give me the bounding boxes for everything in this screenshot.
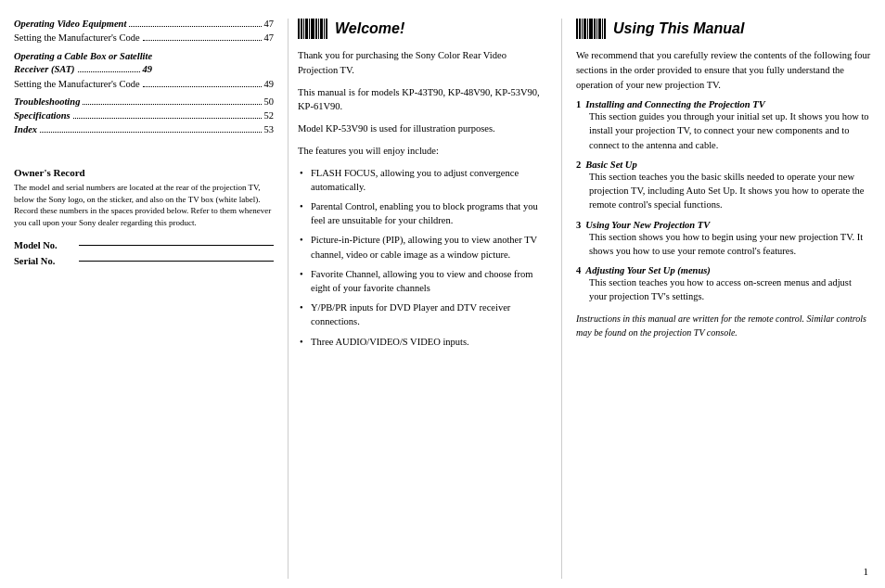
- section-4-label: Adjusting Your Set Up (menus): [585, 265, 711, 275]
- serial-no-field: Serial No.: [14, 256, 274, 266]
- toc-item-specifications: Specifications 52: [14, 110, 274, 121]
- owners-record-title: Owner's Record: [14, 167, 274, 178]
- section-2-num: 2: [576, 160, 581, 170]
- feature-6: Three AUDIO/VIDEO/S VIDEO inputs.: [298, 335, 547, 349]
- feature-5: Y/PB/PR inputs for DVD Player and DTV re…: [298, 300, 547, 328]
- toc-dots: [73, 118, 262, 119]
- section-2-title: 2 Basic Set Up: [576, 160, 871, 170]
- welcome-para-3: Model KP-53V90 is used for illustration …: [298, 121, 547, 136]
- toc-item-troubleshooting: Troubleshooting 50: [14, 96, 274, 107]
- section-1-body: This section guides you through your ini…: [589, 109, 871, 152]
- serial-no-label: Serial No.: [14, 256, 79, 266]
- page-number: 1: [864, 566, 869, 577]
- toc-page: 53: [264, 124, 275, 134]
- toc-label: Setting the Manufacturer's Code: [14, 32, 140, 43]
- welcome-para-1: Thank you for purchasing the Sony Color …: [298, 48, 547, 78]
- section-4-title: 4 Adjusting Your Set Up (menus): [576, 265, 871, 275]
- toc-label: Operating Video Equipment: [14, 19, 126, 29]
- toc-page: 49: [264, 79, 275, 89]
- section-1-title: 1 Installing and Connecting the Projecti…: [576, 99, 871, 109]
- middle-column: Welcome! Thank you for purchasing the So…: [288, 19, 561, 579]
- toc-item-cable-box: Operating a Cable Box or Satellite Recei…: [14, 50, 274, 75]
- toc-group-3: Troubleshooting 50: [14, 96, 274, 107]
- toc-page: 47: [264, 19, 275, 29]
- toc-dots: [78, 71, 140, 72]
- toc-item-mfr-code-1: Setting the Manufacturer's Code 47: [14, 32, 274, 43]
- manual-header: Using This Manual: [576, 19, 871, 39]
- toc-page: 49: [143, 63, 153, 76]
- toc-dots: [40, 132, 261, 133]
- manual-note: Instructions in this manual are written …: [576, 313, 871, 339]
- feature-4: Favorite Channel, allowing you to view a…: [298, 267, 547, 295]
- section-1: 1 Installing and Connecting the Projecti…: [576, 99, 871, 152]
- toc-group-2: Operating a Cable Box or Satellite Recei…: [14, 50, 274, 89]
- features-list: FLASH FOCUS, allowing you to adjust conv…: [298, 166, 547, 349]
- welcome-para-4: The features you will enjoy include:: [298, 144, 547, 159]
- section-4-num: 4: [576, 265, 581, 275]
- model-no-field: Model No.: [14, 240, 274, 250]
- owners-record: Owner's Record The model and serial numb…: [14, 162, 274, 265]
- toc-label: Specifications: [14, 110, 71, 121]
- left-column: Operating Video Equipment 47 Setting the…: [9, 19, 288, 579]
- section-2: 2 Basic Set Up This section teaches you …: [576, 160, 871, 212]
- model-no-label: Model No.: [14, 240, 79, 250]
- feature-1: FLASH FOCUS, allowing you to adjust conv…: [298, 166, 547, 194]
- section-2-label: Basic Set Up: [585, 160, 636, 170]
- manual-title: Using This Manual: [613, 20, 744, 37]
- section-3-title: 3 Using Your New Projection TV: [576, 220, 871, 230]
- toc-label: Setting the Manufacturer's Code: [14, 79, 140, 89]
- manual-intro: We recommend that you carefully review t…: [576, 48, 871, 92]
- section-1-label: Installing and Connecting the Projection…: [585, 99, 764, 109]
- toc-item-mfr-code-2: Setting the Manufacturer's Code 49: [14, 79, 274, 89]
- toc-page: 47: [264, 32, 275, 43]
- owners-record-body: The model and serial numbers are located…: [14, 182, 274, 228]
- toc-item-operating-video: Operating Video Equipment 47: [14, 19, 274, 29]
- section-3-label: Using Your New Projection TV: [585, 220, 710, 230]
- section-4-body: This section teaches you how to access o…: [589, 275, 871, 303]
- section-1-num: 1: [576, 99, 581, 109]
- toc-group-1: Operating Video Equipment 47 Setting the…: [14, 19, 274, 43]
- welcome-para-2: This manual is for models KP-43T90, KP-4…: [298, 85, 547, 115]
- serial-no-line: [79, 261, 274, 262]
- right-column: Using This Manual We recommend that you …: [561, 19, 876, 579]
- toc-group-4: Specifications 52: [14, 110, 274, 121]
- model-no-line: [79, 245, 274, 246]
- toc: Operating Video Equipment 47 Setting the…: [14, 19, 274, 134]
- section-3-num: 3: [576, 220, 581, 230]
- toc-dots: [83, 104, 261, 105]
- toc-label: Index: [14, 124, 37, 134]
- section-2-body: This section teaches you the basic skill…: [589, 170, 871, 212]
- barcode-icon: [298, 19, 327, 39]
- toc-group-5: Index 53: [14, 124, 274, 134]
- toc-label: Operating a Cable Box or Satellite Recei…: [14, 50, 152, 75]
- toc-label: Troubleshooting: [14, 96, 80, 107]
- toc-page: 52: [264, 110, 275, 121]
- toc-page: 50: [264, 96, 275, 107]
- section-4: 4 Adjusting Your Set Up (menus) This sec…: [576, 265, 871, 303]
- toc-dots: [143, 40, 262, 41]
- section-3-body: This section shows you how to begin usin…: [589, 230, 871, 258]
- barcode-icon-2: [576, 19, 606, 39]
- toc-item-index: Index 53: [14, 124, 274, 134]
- feature-3: Picture-in-Picture (PIP), allowing you t…: [298, 233, 547, 261]
- feature-2: Parental Control, enabling you to block …: [298, 199, 547, 227]
- section-3: 3 Using Your New Projection TV This sect…: [576, 220, 871, 258]
- welcome-header: Welcome!: [298, 19, 547, 39]
- toc-dots: [129, 26, 261, 27]
- welcome-title: Welcome!: [335, 20, 404, 37]
- toc-dots: [143, 86, 262, 87]
